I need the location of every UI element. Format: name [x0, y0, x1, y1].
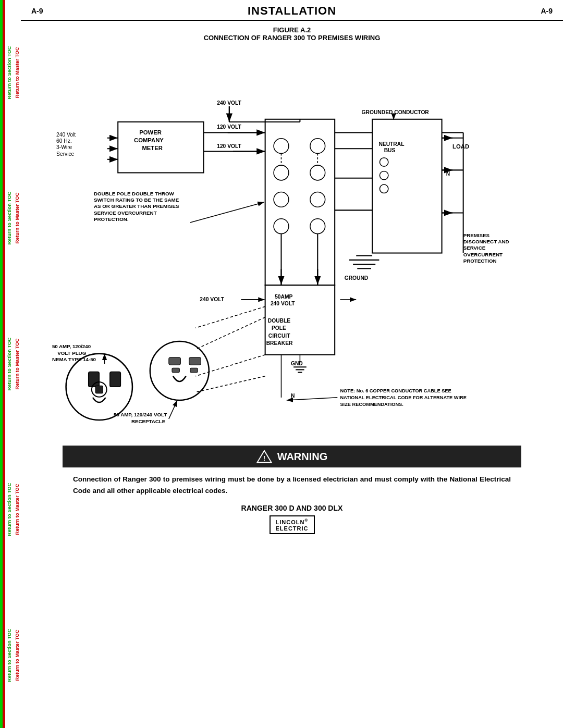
svg-text:GROUNDED CONDUCTOR: GROUNDED CONDUCTOR [362, 109, 430, 115]
sidebar-green-4[interactable]: Return to Section TOC [5, 437, 13, 582]
page-id-left: A-9 [31, 7, 43, 15]
svg-text:METER: METER [142, 145, 162, 151]
svg-line-85 [195, 317, 265, 350]
svg-text:SIZE RECOMMENDATIONS.: SIZE RECOMMENDATIONS. [340, 402, 403, 407]
svg-line-84 [195, 306, 265, 328]
svg-text:SERVICE: SERVICE [463, 245, 486, 251]
sidebar-red-1[interactable]: Return to Master TOC [13, 0, 21, 145]
svg-text:POWER: POWER [139, 129, 162, 135]
svg-text:DISCONNECT AND: DISCONNECT AND [463, 239, 509, 244]
sidebar-green-5[interactable]: Return to Section TOC [5, 583, 13, 728]
figure-title: FIGURE A.2 CONNECTION OF RANGER 300 TO P… [21, 26, 563, 42]
svg-text:PROTECTION.: PROTECTION. [94, 216, 129, 222]
sidebar-red-3[interactable]: Return to Master TOC [13, 291, 21, 437]
svg-point-39 [380, 184, 388, 193]
diagram-svg: POWER COMPANY METER 240 Volt 60 Hz. 3-Wi… [21, 44, 563, 440]
side-section-2: Return to Section TOC Return to Master T… [5, 145, 21, 291]
svg-text:PROTECTION: PROTECTION [463, 258, 497, 264]
svg-point-30 [274, 219, 289, 234]
warning-body: Connection of Ranger 300 to premises wir… [73, 475, 511, 495]
page-title: INSTALLATION [43, 4, 541, 18]
sidebar-red-4[interactable]: Return to Master TOC [13, 437, 21, 582]
sidebar-red-2[interactable]: Return to Master TOC [13, 145, 21, 291]
svg-text:SERVICE OVERCURRENT: SERVICE OVERCURRENT [94, 210, 157, 216]
svg-rect-34 [372, 119, 442, 253]
svg-text:BUS: BUS [384, 147, 396, 153]
side-section-3: Return to Section TOC Return to Master T… [5, 291, 21, 437]
svg-text:240 VOLT: 240 VOLT [271, 301, 295, 306]
figure-number: FIGURE A.2 [21, 26, 563, 34]
svg-text:DOUBLE POLE DOUBLE THROW: DOUBLE POLE DOUBLE THROW [94, 191, 175, 196]
svg-text:!: ! [263, 454, 265, 462]
side-section-5: Return to Section TOC Return to Master T… [5, 583, 21, 728]
side-bars: Return to Section TOC Return to Master T… [0, 0, 21, 728]
svg-line-110 [169, 400, 177, 419]
side-section-1: Return to Section TOC Return to Master T… [5, 0, 21, 145]
svg-text:NEUTRAL: NEUTRAL [378, 141, 404, 147]
svg-text:NOTE: No. 6 COPPER CONDUCTOR C: NOTE: No. 6 COPPER CONDUCTOR CABLE SEE [340, 388, 451, 393]
svg-text:240 Volt: 240 Volt [56, 132, 76, 138]
svg-text:60 Hz.: 60 Hz. [56, 138, 72, 144]
svg-line-71 [190, 202, 264, 223]
footer-model: RANGER 300 D AND 300 DLX [21, 504, 563, 512]
brand-line2: ELECTRIC [276, 525, 309, 532]
svg-text:DOUBLE: DOUBLE [268, 318, 290, 324]
svg-text:OVERCURRENT: OVERCURRENT [463, 252, 503, 257]
svg-text:BREAKER: BREAKER [266, 340, 293, 346]
figure-description: CONNECTION OF RANGER 300 TO PREMISES WIR… [21, 34, 563, 42]
warning-header: ! WARNING [63, 446, 521, 467]
svg-text:240 VOLT: 240 VOLT [217, 100, 241, 106]
svg-point-37 [380, 158, 388, 166]
svg-text:120 VOLT: 120 VOLT [217, 124, 241, 130]
svg-text:PREMISES: PREMISES [463, 232, 490, 238]
svg-text:LOAD: LOAD [452, 143, 469, 150]
svg-text:50 AMP, 120/240: 50 AMP, 120/240 [52, 343, 91, 349]
svg-point-31 [310, 219, 325, 234]
sidebar-red-5[interactable]: Return to Master TOC [13, 583, 21, 728]
svg-rect-97 [190, 368, 198, 372]
svg-point-24 [274, 139, 289, 154]
svg-text:RECEPTACLE: RECEPTACLE [131, 418, 166, 424]
svg-text:NATIONAL ELECTRICAL CODE FOR A: NATIONAL ELECTRICAL CODE FOR ALTERNATE W… [340, 395, 466, 400]
side-section-4: Return to Section TOC Return to Master T… [5, 437, 21, 582]
lincoln-logo: LINCOLN® ELECTRIC [270, 515, 315, 534]
brand-line1: LINCOLN [276, 519, 305, 525]
svg-text:N: N [446, 171, 450, 177]
svg-point-28 [274, 192, 289, 207]
sidebar-green-1[interactable]: Return to Section TOC [5, 0, 13, 145]
svg-text:POLE: POLE [272, 325, 286, 331]
svg-text:120 VOLT: 120 VOLT [217, 143, 241, 149]
warning-triangle-icon: ! [256, 450, 272, 463]
sidebar-green-3[interactable]: Return to Section TOC [5, 291, 13, 437]
svg-point-26 [274, 165, 289, 180]
main-content: A-9 INSTALLATION A-9 FIGURE A.2 CONNECTI… [21, 0, 563, 728]
svg-point-38 [380, 171, 388, 179]
warning-label: WARNING [277, 451, 328, 463]
page-header: A-9 INSTALLATION A-9 [21, 0, 563, 21]
svg-text:VOLT PLUG: VOLT PLUG [57, 350, 86, 356]
page-id-right: A-9 [541, 7, 553, 15]
svg-rect-96 [172, 368, 179, 372]
svg-point-29 [310, 192, 325, 207]
warning-section: ! WARNING Connection of Ranger 300 to pr… [63, 446, 521, 496]
svg-text:3-Wire: 3-Wire [56, 144, 72, 150]
svg-text:GND: GND [291, 361, 303, 366]
svg-text:50AMP: 50AMP [275, 294, 292, 300]
svg-text:AS OR GREATER THAN PREMISES: AS OR GREATER THAN PREMISES [94, 203, 179, 209]
svg-text:N: N [291, 393, 295, 399]
registered-mark: ® [304, 518, 308, 523]
sidebar-green-2[interactable]: Return to Section TOC [5, 145, 13, 291]
svg-rect-102 [95, 386, 103, 393]
svg-point-27 [310, 165, 325, 180]
svg-text:GROUND: GROUND [345, 275, 369, 281]
svg-rect-100 [110, 372, 121, 387]
side-text-container: Return to Section TOC Return to Master T… [5, 0, 21, 728]
svg-text:240 VOLT: 240 VOLT [200, 297, 224, 302]
svg-text:SWITCH RATING TO BE THE SAME: SWITCH RATING TO BE THE SAME [94, 197, 179, 203]
svg-rect-94 [169, 357, 181, 365]
svg-rect-95 [189, 357, 201, 365]
svg-text:Service: Service [56, 151, 75, 157]
svg-text:50 AMP, 120/240 VOLT: 50 AMP, 120/240 VOLT [114, 412, 167, 417]
svg-text:COMPANY: COMPANY [134, 137, 164, 143]
page-footer: RANGER 300 D AND 300 DLX LINCOLN® ELECTR… [21, 504, 563, 534]
